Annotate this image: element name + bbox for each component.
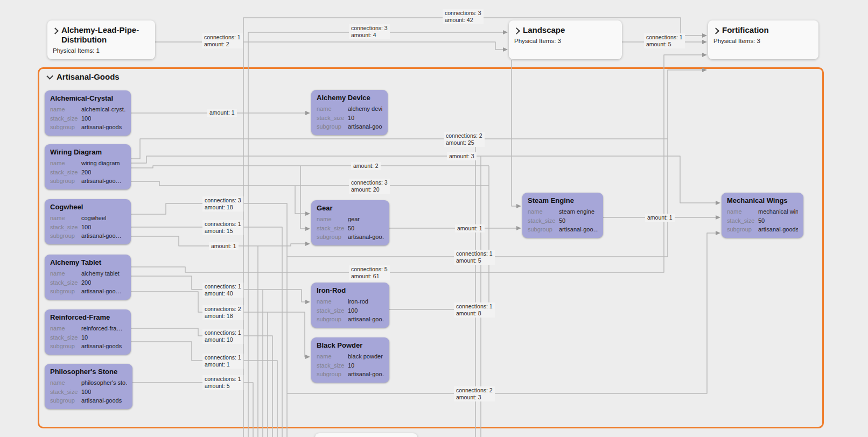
node-row: subgroupartisanal-goods [727,225,798,234]
node-row: nameblack powder [317,352,384,361]
item-node-wiring-diagram[interactable]: Wiring Diagram namewiring diagram stack_… [45,144,131,189]
group-header-artisanal-goods[interactable]: Artisanal-Goods [47,72,120,81]
edge-label: connections: 1amount: 5 [202,375,243,390]
node-row: stack_size10 [317,114,382,123]
node-row: namesteam engine [528,207,598,216]
node-row: stack_size100 [317,306,384,315]
node-title: Mechanical Wings [727,196,798,205]
node-title: Gear [317,204,384,212]
node-row: stack_size10 [317,361,384,370]
physical-items-count: Physical Items: 3 [713,38,812,44]
item-node-reinforced-frame[interactable]: Reinforced-Frame namereinforced-fra… sta… [45,309,131,355]
edge-label: amount: 1 [207,109,237,117]
graph-canvas[interactable]: Artisanal-Goods Alchemy-Lead-Pipe-Distri… [0,0,868,437]
edge-label: amount: 1 [645,214,675,222]
item-node-alchemy-tablet[interactable]: Alchemy Tablet namealchemy tablet stack_… [45,255,131,300]
partial-node-below[interactable] [315,433,417,437]
group-node-landscape[interactable]: Landscape Physical Items: 3 [509,20,622,59]
edge-label: connections: 3amount: 4 [349,24,390,39]
node-row: stack_size100 [50,387,127,397]
node-row: nameiron-rod [317,297,384,306]
edge-label: connections: 1amount: 2 [202,33,243,48]
item-node-philosophers-stone[interactable]: Philosopher's Stone namephilosopher's st… [45,364,132,409]
item-node-steam-engine[interactable]: Steam Engine namesteam engine stack_size… [522,193,603,238]
node-row: namealchemy device [317,104,382,114]
edge-label: connections: 1amount: 5 [644,33,685,48]
item-node-gear[interactable]: Gear namegear stack_size50 subgroupartis… [311,200,389,245]
node-title: Black Powder [317,341,384,349]
group-node-title: Landscape [523,25,565,35]
chevron-right-icon[interactable] [712,27,719,34]
edge-label: connections: 1amount: 10 [202,329,243,344]
chevron-down-icon[interactable] [46,73,53,80]
node-row: subgroupartisanal-goods [50,123,125,132]
node-row: subgroupartisanal-goo… [317,315,384,324]
node-row: namealchemical-cryst… [50,105,125,114]
edge-label: connections: 3amount: 20 [349,179,390,194]
item-node-alchemy-device[interactable]: Alchemy Device namealchemy device stack_… [311,90,388,135]
node-row: subgroupartisanal-goo… [50,177,125,186]
node-row: subgroupartisanal-goo… [50,287,125,296]
node-row: stack_size100 [50,114,125,123]
node-row: subgroupartisanal-goods [50,342,125,351]
edge-label: amount: 1 [455,224,485,232]
edge-label: connections: 3amount: 18 [202,196,243,212]
node-row: stack_size200 [50,168,125,177]
node-row: stack_size100 [50,223,125,232]
node-row: stack_size10 [50,333,125,342]
node-row: namewiring diagram [50,159,125,168]
node-title: Steam Engine [528,196,598,205]
group-node-title: Alchemy-Lead-Pipe-Distribution [61,25,149,45]
item-node-cogwheel[interactable]: Cogwheel namecogwheel stack_size100 subg… [45,199,131,244]
node-row: namephilosopher's sto… [50,378,127,387]
physical-items-count: Physical Items: 1 [53,47,149,54]
node-title: Iron-Rod [317,286,384,294]
item-node-black-powder[interactable]: Black Powder nameblack powder stack_size… [311,337,389,383]
edge-label: connections: 2amount: 3 [454,386,495,401]
node-row: subgroupartisanal-goo… [317,370,384,379]
node-row: subgroupartisanal-goo… [317,232,384,242]
node-row: subgroupartisanal-goo… [528,225,598,234]
node-row: subgroupartisanal-goods [50,396,127,405]
node-row: stack_size50 [528,216,598,225]
edge-label: connections: 5amount: 61 [349,265,390,280]
group-node-alchemy-lead-pipe-distribution[interactable]: Alchemy-Lead-Pipe-Distribution Physical … [47,20,155,59]
node-row: namecogwheel [50,214,125,223]
physical-items-count: Physical Items: 3 [514,38,615,44]
edge-label: amount: 2 [351,162,381,170]
node-title: Cogwheel [50,203,125,211]
edge-label: connections: 3amount: 42 [443,9,484,24]
edge-label: connections: 1amount: 8 [454,302,495,318]
edge-label: connections: 1amount: 40 [202,283,243,298]
node-row: namereinforced-fra… [50,324,125,333]
node-title: Alchemy Device [317,94,382,102]
node-title: Alchemical-Crystal [50,94,125,102]
node-row: subgroupartisanal-goo… [317,122,382,131]
group-node-fortification[interactable]: Fortification Physical Items: 3 [708,20,818,59]
edge-label: amount: 1 [209,242,239,250]
chevron-right-icon[interactable] [513,27,520,34]
node-row: stack_size200 [50,278,125,287]
node-row: stack_size50 [727,216,798,225]
group-title: Artisanal-Goods [57,72,120,81]
item-node-alchemical-crystal[interactable]: Alchemical-Crystal namealchemical-cryst…… [45,90,131,136]
chevron-right-icon[interactable] [52,27,59,34]
node-row: stack_size50 [317,224,384,233]
edge-label: connections: 1amount: 1 [202,354,243,369]
node-title: Alchemy Tablet [50,258,125,266]
edge-label: connections: 2amount: 25 [444,132,485,147]
node-row: subgroupartisanal-goo… [50,231,125,241]
item-node-mechanical-wings[interactable]: Mechanical Wings namemechanical win… sta… [722,193,803,238]
item-node-iron-rod[interactable]: Iron-Rod nameiron-rod stack_size100 subg… [311,283,389,328]
edge-label: connections: 1amount: 5 [454,250,495,265]
group-node-title: Fortification [722,25,769,35]
node-title: Wiring Diagram [50,148,125,156]
node-row: namemechanical win… [727,207,798,216]
node-title: Philosopher's Stone [50,368,127,376]
node-row: namegear [317,215,384,224]
edge-label: connections: 1amount: 15 [202,220,243,235]
edge-label: amount: 3 [447,152,477,160]
node-title: Reinforced-Frame [50,313,125,321]
edge-label: connections: 2amount: 18 [202,305,243,320]
node-row: namealchemy tablet [50,269,125,278]
